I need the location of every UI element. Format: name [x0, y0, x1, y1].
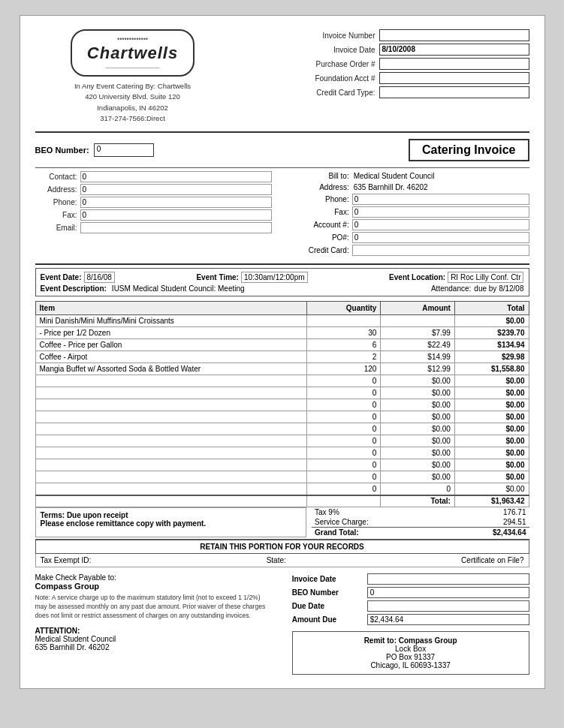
beo-section: BEO Number: 0 [35, 143, 154, 157]
table-cell-amount: $22.49 [381, 339, 455, 351]
footer-beo-row: BEO Number 0 [292, 587, 529, 598]
table-cell-amount [381, 315, 455, 327]
billing-address-value: 635 Barnhill Dr. 46202 [352, 182, 529, 192]
footer-due-date-input[interactable] [367, 600, 529, 612]
table-cell-qty: 0 [306, 435, 381, 447]
attention-label: ATTENTION: [35, 627, 273, 635]
totals-row: Total:$1,963.42 [35, 495, 529, 507]
contact-email-input[interactable] [80, 222, 273, 233]
company-address1: 420 University Blvd. Suite 120 [74, 92, 191, 102]
invoice-number-input[interactable] [379, 29, 529, 41]
footer-invoice-date-input[interactable] [367, 573, 529, 585]
logo-swoosh: ••••••••••••• [87, 35, 178, 43]
footer-amount-due-label: Amount Due [292, 615, 367, 624]
invoice-number-row: Invoice Number [282, 29, 529, 41]
service-charge-row: Service Charge: 294.51 [312, 517, 529, 527]
invoice-fields: Invoice Number Invoice Date 8/10/2008 Pu… [282, 29, 529, 101]
billing-po-input[interactable]: 0 [352, 232, 529, 243]
beo-input[interactable]: 0 [94, 143, 154, 157]
state-label: State: [267, 556, 286, 564]
footer-beo-input[interactable]: 0 [367, 587, 529, 598]
credit-card-input[interactable] [379, 86, 529, 98]
tax-exempt-label: Tax Exempt ID: [41, 556, 92, 564]
header-section: ••••••••••••• Chartwells ――――――――― In An… [35, 29, 529, 124]
grand-total-value: $2,434.64 [493, 528, 526, 537]
table-cell-total: $0.00 [454, 435, 529, 447]
contact-row: Contact: 0 [35, 171, 273, 182]
contact-address-label: Address: [35, 185, 80, 194]
contact-address-row: Address: 0 [35, 184, 273, 195]
invoice-date-row: Invoice Date 8/10/2008 [282, 44, 529, 56]
billing-po-row: PO#: 0 [292, 232, 529, 243]
table-cell-total: $0.00 [454, 387, 529, 399]
event-description-value: IUSM Medical Student Council: Meeting [112, 284, 245, 293]
logo-text: Chartwells [87, 44, 178, 63]
purchase-order-input[interactable] [379, 58, 529, 70]
tax-summary: Tax 9% 176.71 Service Charge: 294.51 Gra… [312, 507, 529, 537]
event-time-value[interactable]: 10:30am/12:00pm [241, 272, 308, 283]
event-time-field: Event Time: 10:30am/12:00pm [196, 272, 307, 283]
terms-box: Terms: Due upon receipt Please enclose r… [35, 507, 307, 537]
contact-input[interactable]: 0 [80, 171, 273, 182]
items-table: Item Quantity Amount Total Mini Danish/M… [35, 301, 529, 507]
invoice-date-input[interactable]: 8/10/2008 [379, 44, 529, 56]
table-cell-amount: $14.99 [381, 351, 455, 363]
billing-phone-row: Phone: 0 [292, 194, 529, 205]
remit-line1: Lock Box [300, 645, 521, 653]
table-cell-total: $1,558.80 [454, 363, 529, 375]
foundation-acct-input[interactable] [379, 72, 529, 84]
table-row: - Price per 1/2 Dozen30$7.99$239.70 [35, 327, 529, 339]
contact-phone-label: Phone: [35, 198, 80, 206]
table-cell-amount: $0.00 [381, 471, 455, 483]
contact-phone-input[interactable]: 0 [80, 197, 273, 208]
table-row: 0$0.00$0.00 [35, 471, 529, 483]
col-total-header: Total [454, 302, 529, 315]
table-cell-total: $0.00 [454, 411, 529, 423]
table-cell-amount: $7.99 [381, 327, 455, 339]
totals-value: $1,963.42 [454, 495, 529, 507]
contact-address-input[interactable]: 0 [80, 184, 273, 195]
footer-note: Note: A service charge up to the maximum… [35, 594, 273, 621]
table-cell-item [35, 399, 306, 411]
service-charge-value: 294.51 [503, 518, 526, 526]
remit-line2: PO Box 91337 [300, 653, 521, 661]
invoice-page: ••••••••••••• Chartwells ――――――――― In An… [20, 15, 545, 689]
footer-invoice-date-label: Invoice Date [292, 575, 367, 583]
contact-phone-row: Phone: 0 [35, 197, 273, 208]
billing-cc-input[interactable] [352, 245, 529, 256]
event-date-value[interactable]: 8/16/08 [84, 272, 115, 283]
table-row: 0$0.00$0.00 [35, 435, 529, 447]
footer-due-date-row: Due Date [292, 600, 529, 612]
beo-catering-row: BEO Number: 0 Catering Invoice [35, 139, 529, 161]
compass-group-label: Compass Group [35, 582, 273, 591]
table-cell-total: $0.00 [454, 375, 529, 387]
table-row: 0$0.00$0.00 [35, 423, 529, 435]
table-row: 0$0.00$0.00 [35, 411, 529, 423]
contact-fax-input[interactable]: 0 [80, 209, 273, 221]
attention-line1: Medical Student Council [35, 635, 273, 643]
table-cell-item [35, 387, 306, 399]
table-cell-qty: 2 [306, 351, 381, 363]
table-cell-qty: 0 [306, 471, 381, 483]
table-cell-item [35, 483, 306, 495]
table-row: Coffee - Airpot2$14.99$29.98 [35, 351, 529, 363]
event-location-value[interactable]: RI Roc Lilly Conf. Ctr [448, 272, 523, 283]
company-info: In Any Event Catering By: Chartwells 420… [74, 81, 191, 124]
event-attendance-value: due by 8/12/08 [474, 284, 523, 293]
event-location-label: Event Location: [389, 273, 445, 281]
footer-amount-due-input[interactable]: $2,434.64 [367, 614, 529, 625]
table-cell-amount: $0.00 [381, 423, 455, 435]
billing-account-input[interactable]: 0 [352, 219, 529, 230]
billing-cc-row: Credit Card: [292, 245, 529, 256]
footer-invoice-date-row: Invoice Date [292, 573, 529, 585]
credit-card-row: Credit Card Type: [282, 86, 529, 98]
billing-column: Bill to: Medical Student Council Address… [292, 171, 529, 257]
table-cell-qty: 0 [306, 423, 381, 435]
billing-account-label: Account #: [292, 221, 352, 229]
invoice-date-label: Invoice Date [282, 46, 379, 54]
billing-fax-row: Fax: 0 [292, 206, 529, 218]
attention-section: ATTENTION: Medical Student Council 635 B… [35, 627, 273, 651]
billing-phone-input[interactable]: 0 [352, 194, 529, 205]
tax-label: Tax 9% [315, 508, 339, 516]
billing-fax-input[interactable]: 0 [352, 206, 529, 218]
